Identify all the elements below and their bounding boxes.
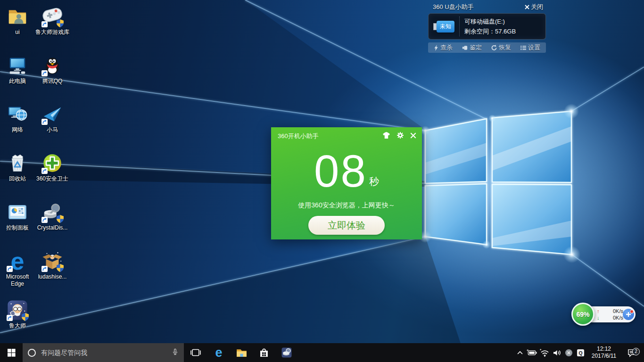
usb-popup-toolbar: 查杀 鉴定 恢复 设置	[428, 42, 546, 53]
add-button[interactable]	[623, 309, 634, 320]
edge-logo-icon: e	[7, 250, 28, 272]
ludashi-master-icon	[7, 299, 28, 321]
uac-shield-icon	[57, 19, 64, 27]
desktop-icon-label: 控制面板	[0, 224, 34, 231]
upload-arrow-icon: ↑	[597, 308, 600, 314]
desktop-icon-network[interactable]: 网络	[0, 103, 34, 133]
disk-tool-icon	[281, 347, 292, 358]
action-center-button[interactable]: 2	[621, 348, 642, 357]
taskbar-clock[interactable]: 12:12 2017/6/11	[586, 346, 621, 360]
desktop-icon-label: 小马	[35, 126, 69, 133]
taskbar-app-crystaldiskinfo[interactable]	[275, 343, 298, 362]
desktop-icon-label: ui	[0, 29, 34, 36]
gear-icon[interactable]	[396, 132, 404, 141]
usb-scan-button[interactable]: 查杀	[434, 43, 453, 52]
notification-badge: 2	[632, 348, 640, 355]
desktop-icon-360-safe[interactable]: 360安全卫士	[35, 152, 69, 182]
store-icon	[258, 347, 270, 358]
shortcut-arrow-icon	[41, 118, 48, 124]
desktop-icon-label: 腾讯QQ	[35, 78, 69, 85]
desktop-icon-label: 鲁大师游戏库	[35, 29, 69, 36]
desktop-icon-label: CrystalDis...	[35, 224, 69, 231]
start-button[interactable]	[0, 343, 23, 362]
uac-shield-icon	[22, 313, 29, 321]
cortana-search-box[interactable]	[23, 343, 184, 362]
download-arrow-icon: ↓	[597, 314, 600, 321]
desktop-icon-label: 网络	[0, 126, 34, 133]
desktop-icon-control-panel[interactable]: 控制面板	[0, 201, 34, 231]
close-icon[interactable]	[410, 132, 416, 140]
skin-icon[interactable]	[382, 132, 390, 141]
desktop-icon-label: 鲁大师	[0, 322, 34, 329]
desktop-icon-crystaldiskinfo[interactable]: CrystalDis...	[35, 201, 69, 231]
windows-logo-icon	[8, 349, 16, 357]
wifi-icon[interactable]: *	[538, 349, 551, 357]
desktop-icon-ludashi[interactable]: 鲁大师	[0, 299, 34, 329]
shortcut-arrow-icon	[7, 265, 13, 272]
desktop-icon-recycle-bin[interactable]: 回收站	[0, 152, 34, 182]
boot-time-display: 08 秒	[271, 143, 422, 195]
lightning-icon	[434, 45, 438, 51]
desktop-icon-label: 360安全卫士	[35, 175, 69, 182]
tray-status-x-icon[interactable]	[563, 349, 574, 357]
desktop-icon-ui[interactable]: ui	[0, 6, 34, 36]
boot-popup-subtitle: 使用360安全浏览器，上网更快～	[271, 201, 422, 210]
desktop-icon-edge[interactable]: e Microsoft Edge	[0, 250, 34, 288]
qq-penguin-icon	[41, 55, 63, 76]
search-input[interactable]	[40, 348, 167, 357]
usb-restore-button[interactable]: 恢复	[491, 43, 511, 52]
paper-plane-icon	[41, 103, 63, 125]
shortcut-arrow-icon	[41, 265, 48, 272]
memory-percent: 69%	[576, 311, 589, 318]
usb-free-space: 剩余空间：57.6GB	[464, 26, 516, 36]
user-folder-icon	[7, 6, 28, 27]
desktop-icon-label: 此电脑	[0, 78, 34, 85]
microphone-icon[interactable]	[172, 347, 179, 358]
shortcut-arrow-icon	[41, 167, 48, 173]
network-globe-icon	[7, 103, 28, 125]
edge-icon: e	[215, 346, 222, 359]
cortana-icon	[28, 349, 36, 357]
taskbar-app-edge[interactable]: e	[207, 343, 230, 362]
boot-assistant-popup: 360开机小助手 08 秒 使用360安全浏览器，上网更快～ 立即体验	[271, 127, 422, 239]
tray-chevron-up-icon[interactable]	[515, 351, 525, 355]
desktop-icon-qq[interactable]: 腾讯QQ	[35, 55, 69, 85]
desktop-icon-label: ludashise...	[35, 273, 69, 280]
usb-drive-panel[interactable]: 未知 可移动磁盘(E:) 剩余空间：57.6GB	[428, 13, 546, 40]
task-view-icon	[190, 348, 201, 357]
tray-q-app-icon[interactable]: Q	[574, 349, 586, 357]
try-now-button[interactable]: 立即体验	[308, 216, 385, 235]
boot-popup-title: 360开机小助手	[278, 132, 319, 140]
acceleration-ball[interactable]: 69%	[571, 303, 594, 326]
shortcut-arrow-icon	[7, 314, 13, 321]
desktop-icon-this-pc[interactable]: 此电脑	[0, 55, 34, 85]
360-shield-ball-icon	[41, 152, 63, 174]
divider	[459, 16, 460, 36]
settings-list-icon	[520, 45, 526, 50]
shortcut-arrow-icon	[41, 21, 48, 27]
download-speed: 0K/s	[613, 314, 623, 321]
file-explorer-icon	[236, 347, 248, 359]
usb-popup-close-button[interactable]: 关闭	[525, 3, 543, 11]
uac-shield-icon	[57, 215, 64, 223]
usb-verify-button[interactable]: 鉴定	[462, 43, 482, 52]
upload-speed: 0K/s	[613, 308, 623, 314]
usb-settings-button[interactable]: 设置	[520, 43, 540, 52]
desktop-icon-label: Microsoft Edge	[0, 273, 34, 288]
battery-charging-icon[interactable]	[525, 349, 538, 356]
usb-assistant-popup: 360 U盘小助手 关闭 未知 可移动磁盘(E:) 剩余空间：57.6GB 查杀	[428, 2, 546, 53]
restore-icon	[491, 45, 497, 50]
desktop-icon-xiaoma[interactable]: 小马	[35, 103, 69, 133]
boot-popup-titlebar: 360开机小助手	[271, 127, 422, 141]
task-view-button[interactable]	[184, 343, 207, 362]
taskbar-app-file-explorer[interactable]	[230, 343, 253, 362]
desktop-icon-installer-box[interactable]: ludashise...	[35, 250, 69, 280]
desktop-icon-game-library[interactable]: 鲁大师游戏库	[35, 6, 69, 36]
volume-icon[interactable]	[551, 349, 563, 356]
clock-time: 12:12	[586, 346, 621, 353]
open-box-icon	[41, 250, 63, 272]
close-icon	[525, 5, 529, 9]
taskbar-app-store[interactable]	[253, 343, 275, 362]
boot-seconds-unit: 秒	[369, 175, 379, 188]
uac-shield-icon	[57, 264, 64, 272]
